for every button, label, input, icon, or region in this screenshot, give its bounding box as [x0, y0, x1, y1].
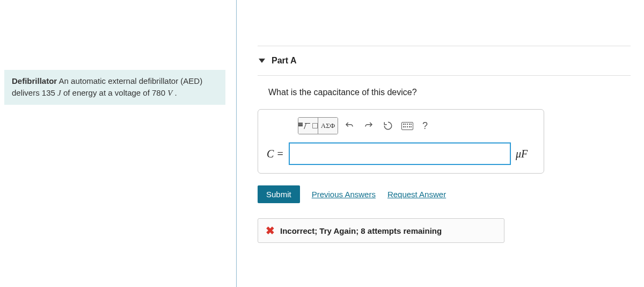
- keyboard-icon: [401, 122, 413, 130]
- chevron-down-icon: [259, 59, 265, 63]
- feedback-box: ✖ Incorrect; Try Again; 8 attempts remai…: [258, 218, 504, 243]
- part-header[interactable]: Part A: [258, 46, 631, 76]
- incorrect-x-icon: ✖: [266, 225, 275, 236]
- keyboard-button[interactable]: [399, 118, 415, 134]
- answer-lhs: C =: [267, 148, 284, 160]
- greek-symbols-button[interactable]: ΑΣΦ: [318, 118, 338, 134]
- submit-button[interactable]: Submit: [258, 185, 300, 203]
- redo-button[interactable]: [361, 118, 377, 134]
- help-button[interactable]: ?: [419, 120, 431, 132]
- answer-panel: ΑΣΦ ?: [258, 109, 544, 174]
- undo-button[interactable]: [341, 118, 357, 134]
- equation-toolbar: ΑΣΦ ?: [298, 117, 535, 134]
- previous-answers-link[interactable]: Previous Answers: [312, 190, 376, 199]
- part-label: Part A: [272, 56, 297, 66]
- problem-title: Defibrillator: [12, 76, 57, 85]
- column-divider: [236, 0, 237, 287]
- request-answer-link[interactable]: Request Answer: [387, 190, 446, 199]
- feedback-text: Incorrect; Try Again; 8 attempts remaini…: [280, 226, 442, 235]
- question-text: What is the capacitance of this device?: [268, 88, 631, 97]
- answer-input[interactable]: [289, 143, 510, 164]
- reset-button[interactable]: [380, 118, 396, 134]
- math-template-button[interactable]: [298, 118, 318, 134]
- answer-unit: μF: [516, 148, 535, 160]
- problem-statement: Defibrillator An automatic external defi…: [4, 70, 225, 105]
